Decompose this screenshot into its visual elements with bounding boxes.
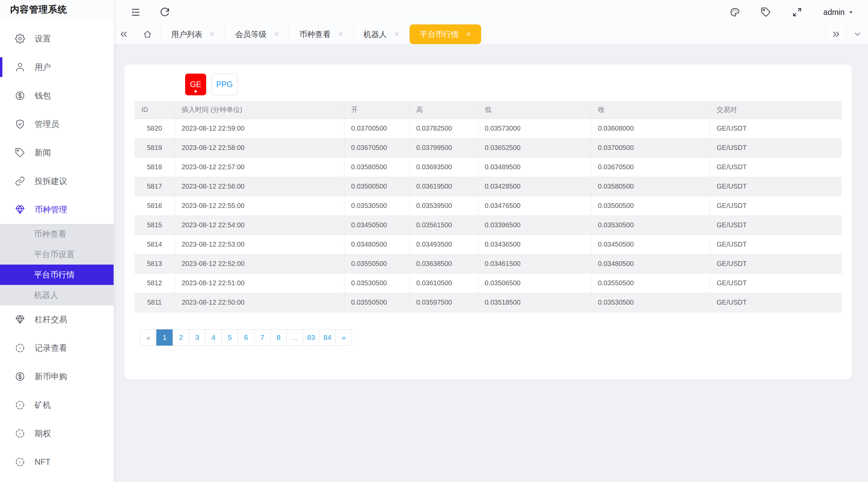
tab-robot[interactable]: 机器人× bbox=[353, 24, 410, 44]
menu-fold-icon[interactable] bbox=[131, 7, 141, 17]
cell-open: 0.03580500 bbox=[344, 157, 409, 177]
sidebar-item-leverage-trade[interactable]: 杠杆交易 bbox=[0, 305, 114, 334]
circle-dashed-icon bbox=[15, 343, 25, 353]
column-header-pair: 交易对 bbox=[710, 101, 842, 119]
sidebar-item-settings[interactable]: 设置 bbox=[0, 24, 114, 53]
pagination-page-4[interactable]: 4 bbox=[205, 329, 222, 346]
submenu-item-platform-coin-market[interactable]: 平台币行情 bbox=[0, 265, 114, 285]
sidebar-item-label: 记录查看 bbox=[35, 343, 67, 353]
sidebar-menu: 设置用户钱包管理员新闻投拆建议币种管理币种查看平台币设置平台币行情机器人杠杆交易… bbox=[0, 19, 114, 482]
pagination-page-1[interactable]: 1 bbox=[156, 329, 173, 346]
table-row: 58192023-08-12 22:58:000.036705000.03799… bbox=[135, 138, 842, 157]
pagination-page-3[interactable]: 3 bbox=[189, 329, 205, 346]
pagination-page-2[interactable]: 2 bbox=[173, 329, 189, 346]
coin-button-ppg[interactable]: PPG bbox=[211, 74, 238, 95]
tag-icon[interactable] bbox=[761, 7, 771, 17]
sidebar-item-label: 币种管理 bbox=[35, 204, 67, 215]
pagination-page-7[interactable]: 7 bbox=[254, 329, 271, 346]
tab-platform-coin-market[interactable]: 平台币行情× bbox=[410, 24, 481, 44]
tab-close-icon[interactable]: × bbox=[210, 30, 215, 38]
main-area: admin 用户列表×会员等级×币种查看×机器人×平台币行情× bbox=[114, 0, 868, 482]
submenu-item-robot[interactable]: 机器人 bbox=[0, 285, 114, 305]
tab-spacer bbox=[481, 24, 825, 44]
sidebar-item-label: 管理员 bbox=[35, 119, 59, 130]
sidebar-item-coin-management[interactable]: 币种管理 bbox=[0, 195, 114, 224]
cell-open: 0.03530500 bbox=[344, 273, 409, 293]
fullscreen-icon[interactable] bbox=[792, 7, 802, 17]
sidebar-item-options[interactable]: 期权 bbox=[0, 419, 114, 448]
cell-open: 0.03700500 bbox=[344, 119, 409, 138]
sidebar-item-news[interactable]: 新闻 bbox=[0, 138, 114, 167]
tab-options-dropdown[interactable] bbox=[846, 24, 868, 44]
cell-time: 2023-08-12 22:51:00 bbox=[175, 273, 344, 293]
cell-low: 0.03506500 bbox=[478, 273, 591, 293]
sidebar-item-records[interactable]: 记录查看 bbox=[0, 334, 114, 362]
sidebar-item-wallet[interactable]: 钱包 bbox=[0, 81, 114, 110]
cell-id: 5811 bbox=[135, 293, 175, 312]
market-card: GEPPG ID插入时间 (分钟单位)开高低收交易对 58202023-08-1… bbox=[124, 64, 852, 379]
circle-dashed-icon bbox=[15, 457, 25, 467]
tab-close-icon[interactable]: × bbox=[338, 30, 343, 38]
cell-id: 5812 bbox=[135, 273, 175, 293]
tab-member-level[interactable]: 会员等级× bbox=[225, 24, 289, 44]
cell-low: 0.03573000 bbox=[478, 119, 591, 138]
sidebar-item-new-coin-sub[interactable]: 新币申购 bbox=[0, 362, 114, 391]
caret-down-icon bbox=[848, 9, 854, 15]
submenu-coin-management: 币种查看平台币设置平台币行情机器人 bbox=[0, 224, 114, 305]
sidebar-item-admins[interactable]: 管理员 bbox=[0, 110, 114, 138]
pagination-page-8[interactable]: 8 bbox=[270, 329, 287, 346]
submenu-item-coin-view[interactable]: 币种查看 bbox=[0, 224, 114, 244]
theme-palette-icon[interactable] bbox=[730, 7, 740, 17]
tabs-scroll-right-button[interactable] bbox=[825, 24, 846, 44]
user-menu[interactable]: admin bbox=[823, 8, 854, 17]
tab-close-icon[interactable]: × bbox=[394, 30, 399, 38]
sidebar-item-miner[interactable]: 矿机 bbox=[0, 391, 114, 419]
tabs-scroll-left-button[interactable] bbox=[114, 24, 134, 44]
pagination-page-5[interactable]: 5 bbox=[221, 329, 238, 346]
cell-time: 2023-08-12 22:54:00 bbox=[175, 215, 344, 235]
sidebar-item-label: 设置 bbox=[35, 33, 51, 44]
pagination-page-83[interactable]: 83 bbox=[303, 329, 319, 346]
tab-close-icon[interactable]: × bbox=[466, 30, 471, 38]
cell-high: 0.03493500 bbox=[409, 235, 478, 254]
double-chevron-right-icon bbox=[832, 30, 841, 39]
user-name: admin bbox=[823, 8, 845, 17]
coin-selector: GEPPG bbox=[185, 74, 842, 95]
sidebar-item-feedback[interactable]: 投拆建议 bbox=[0, 167, 114, 195]
double-chevron-left-icon bbox=[119, 30, 128, 39]
pagination-page-84[interactable]: 84 bbox=[319, 329, 336, 346]
cell-close: 0.03670500 bbox=[591, 157, 710, 177]
cell-open: 0.03500500 bbox=[344, 177, 409, 196]
tab-label: 币种查看 bbox=[299, 29, 331, 40]
coin-button-ge[interactable]: GE bbox=[185, 74, 206, 95]
pagination-page-6[interactable]: 6 bbox=[238, 329, 254, 346]
cell-id: 5816 bbox=[135, 196, 175, 215]
cell-low: 0.03476500 bbox=[478, 196, 591, 215]
cell-time: 2023-08-12 22:57:00 bbox=[175, 157, 344, 177]
table-header-row: ID插入时间 (分钟单位)开高低收交易对 bbox=[135, 101, 842, 119]
column-header-close: 收 bbox=[591, 101, 710, 119]
cell-time: 2023-08-12 22:50:00 bbox=[175, 293, 344, 312]
tab-coin-view[interactable]: 币种查看× bbox=[289, 24, 353, 44]
cell-close: 0.03480500 bbox=[591, 254, 710, 273]
sidebar-item-users[interactable]: 用户 bbox=[0, 53, 114, 81]
sidebar-item-label: 矿机 bbox=[35, 400, 51, 410]
sidebar-item-label: 新币申购 bbox=[35, 371, 67, 382]
tab-close-icon[interactable]: × bbox=[274, 30, 279, 38]
submenu-item-platform-coin-config[interactable]: 平台币设置 bbox=[0, 244, 114, 265]
cell-id: 5819 bbox=[135, 138, 175, 157]
cell-time: 2023-08-12 22:55:00 bbox=[175, 196, 344, 215]
refresh-icon[interactable] bbox=[160, 7, 170, 17]
table-row: 58122023-08-12 22:51:000.035305000.03610… bbox=[135, 273, 842, 293]
table-row: 58142023-08-12 22:53:000.034805000.03493… bbox=[135, 235, 842, 254]
cell-pair: GE/USDT bbox=[710, 273, 842, 293]
pagination-prev[interactable]: « bbox=[140, 329, 157, 346]
cell-low: 0.03652500 bbox=[478, 138, 591, 157]
pagination: «12345678...8384» bbox=[140, 329, 352, 346]
sidebar-item-nft[interactable]: NFT bbox=[0, 448, 114, 476]
home-tab-button[interactable] bbox=[134, 24, 161, 44]
cell-open: 0.03480500 bbox=[344, 235, 409, 254]
pagination-next[interactable]: » bbox=[335, 329, 352, 346]
tab-user-list[interactable]: 用户列表× bbox=[161, 24, 225, 44]
cell-high: 0.03799500 bbox=[409, 138, 478, 157]
